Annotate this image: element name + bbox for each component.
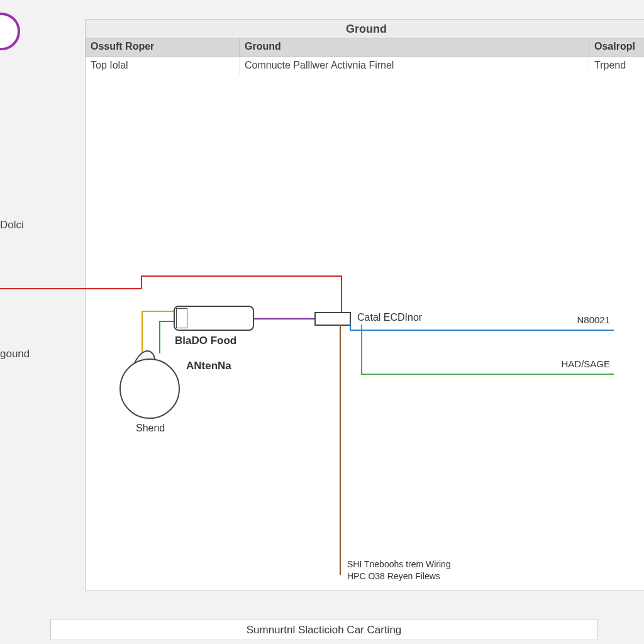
wire-red — [341, 275, 342, 314]
corner-circle-icon — [0, 13, 20, 50]
main-panel: Ground Ossuft Roper Ground Osalropl Top … — [85, 19, 644, 591]
wire-red — [141, 275, 142, 289]
wire-green — [159, 321, 160, 353]
cell-ground: Comnucte Palllwer Activnia Firnel — [240, 57, 589, 76]
shend-label: Shend — [136, 423, 165, 434]
wire-green2 — [361, 325, 362, 374]
brown-wire-note-line2: HPC O38 Reyen Filews — [347, 570, 451, 582]
wire-green2 — [361, 374, 614, 375]
wire-red — [0, 288, 141, 289]
sidebar-label-gound: gound — [0, 348, 30, 360]
wire-blue — [350, 323, 351, 330]
column-header-1[interactable]: Ossuft Roper — [86, 38, 240, 57]
catal-label: Catal ECDInor — [357, 312, 422, 323]
wire-yellow — [142, 311, 143, 353]
sidebar-label-dolci: Dolci — [0, 219, 24, 231]
wire-blue-label: N80021 — [528, 314, 610, 325]
brown-wire-note-line1: SHI Tneboohs trem Wiring — [347, 558, 451, 570]
catal-connector[interactable] — [314, 312, 351, 326]
wire-blue — [350, 330, 614, 331]
wire-red — [141, 275, 341, 277]
column-header-2[interactable]: Ground — [240, 38, 589, 57]
bottom-tab[interactable]: Sumnurtnl Slacticioh Car Carting — [50, 619, 597, 640]
cell-ossuft: Top Iolal — [86, 57, 240, 76]
wire-green2-label: HAD/SAGE — [528, 358, 610, 369]
wire-brown — [340, 325, 341, 575]
wire-purple — [254, 318, 316, 319]
brown-wire-note: SHI Tneboohs trem Wiring HPC O38 Reyen F… — [347, 558, 451, 582]
antenna-label: ANtenNa — [186, 360, 231, 372]
blado-label: BlaDO Food — [175, 335, 236, 347]
table-row: Top Iolal Comnucte Palllwer Activnia Fir… — [86, 57, 644, 76]
wire-yellow — [142, 311, 174, 312]
panel-title: Ground — [86, 19, 644, 38]
antenna-icon[interactable] — [119, 358, 180, 419]
column-header-3[interactable]: Osalropl — [589, 38, 644, 57]
blado-connector-left — [176, 308, 187, 328]
cell-osalropl: Trpend — [589, 57, 644, 76]
column-headers: Ossuft Roper Ground Osalropl — [86, 38, 644, 57]
